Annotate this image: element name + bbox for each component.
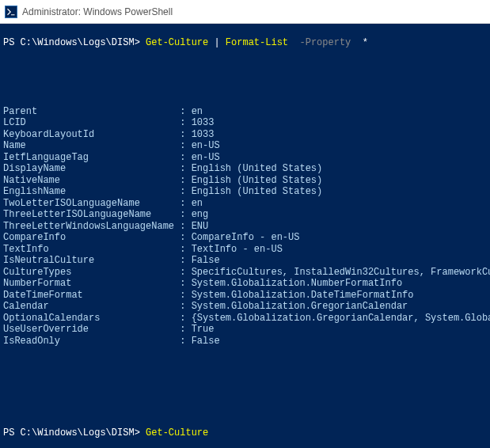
blank [3, 404, 487, 416]
window-title: Administrator: Windows PowerShell [22, 6, 173, 17]
blank [3, 60, 487, 72]
powershell-icon [5, 6, 17, 18]
property-row: LCID : 1033 [3, 117, 487, 129]
property-row: KeyboardLayoutId : 1033 [3, 129, 487, 141]
prompt-path: PS C:\Windows\Logs\DISM> [3, 37, 140, 48]
prompt-line-1: PS C:\Windows\Logs\DISM> Get-Culture | F… [3, 37, 487, 49]
command: Get-Culture [146, 427, 208, 439]
prompt-line-2: PS C:\Windows\Logs\DISM> Get-Culture [3, 427, 487, 439]
property-row: IetfLanguageTag : en-US [3, 152, 487, 164]
property-row: EnglishName : English (United States) [3, 186, 487, 198]
property-row: TextInfo : TextInfo - en-US [3, 244, 487, 256]
blank [3, 83, 487, 95]
property-row: DateTimeFormat : System.Globalization.Da… [3, 290, 487, 302]
pipe: | [214, 37, 219, 48]
property-row: Calendar : System.Globalization.Gregoria… [3, 301, 487, 313]
property-row: Parent : en [3, 106, 487, 118]
terminal-area[interactable]: PS C:\Windows\Logs\DISM> Get-Culture | F… [0, 24, 490, 448]
property-row: IsNeutralCulture : False [3, 255, 487, 267]
command: Get-Culture [146, 37, 208, 48]
property-row: CompareInfo : CompareInfo - en-US [3, 232, 487, 244]
property-row: ThreeLetterISOLanguageName : eng [3, 209, 487, 221]
property-row: NativeName : English (United States) [3, 175, 487, 187]
property-row: IsReadOnly : False [3, 336, 487, 347]
command: Format-List [226, 37, 288, 48]
property-row: OptionalCalendars : {System.Globalizatio… [3, 313, 487, 325]
property-row: Name : en-US [3, 140, 487, 152]
prompt-path: PS C:\Windows\Logs\DISM> [3, 427, 140, 439]
property-row: NumberFormat : System.Globalization.Numb… [3, 278, 487, 290]
wildcard: * [363, 37, 368, 48]
property-row: UseUserOverride : True [3, 324, 487, 336]
window-titlebar: Administrator: Windows PowerShell [0, 0, 490, 24]
property-row: ThreeLetterWindowsLanguageName : ENU [3, 221, 487, 233]
property-row: TwoLetterISOLanguageName : en [3, 198, 487, 210]
property-row: DisplayName : English (United States) [3, 163, 487, 175]
parameter: -Property [299, 37, 351, 48]
property-row: CultureTypes : SpecificCultures, Install… [3, 267, 487, 279]
blank [3, 359, 487, 370]
blank [3, 382, 487, 393]
